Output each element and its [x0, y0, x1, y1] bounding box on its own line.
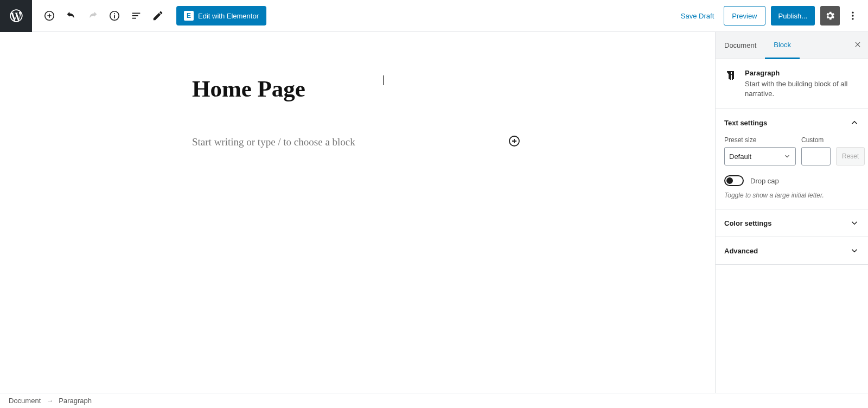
drop-cap-label: Drop cap — [750, 177, 779, 185]
reset-button[interactable]: Reset — [836, 147, 865, 165]
page-title[interactable]: Home Page — [192, 75, 523, 102]
elementor-label: Edit with Elementor — [198, 12, 259, 20]
svg-point-5 — [852, 18, 853, 20]
wordpress-logo[interactable] — [0, 0, 32, 32]
block-subtitle: Start with the building block of all nar… — [745, 79, 859, 99]
drop-cap-toggle[interactable] — [724, 175, 744, 186]
panel-title: Color settings — [724, 219, 771, 227]
preset-value: Default — [729, 152, 751, 161]
panel-color-settings: Color settings — [716, 209, 868, 237]
list-icon — [130, 10, 142, 22]
elementor-icon: E — [184, 11, 194, 21]
block-title: Paragraph — [745, 69, 859, 77]
top-toolbar: E Edit with Elementor Save Draft Preview… — [0, 0, 868, 32]
preset-size-select[interactable]: Default — [724, 147, 796, 165]
breadcrumb-current[interactable]: Paragraph — [59, 397, 92, 405]
outline-button[interactable] — [125, 5, 147, 27]
chevron-up-icon — [850, 118, 859, 127]
svg-rect-2 — [114, 15, 115, 18]
close-icon — [854, 41, 861, 48]
info-icon — [108, 10, 120, 22]
tab-document[interactable]: Document — [716, 32, 765, 59]
panel-header-color[interactable]: Color settings — [716, 209, 868, 237]
panel-header-advanced[interactable]: Advanced — [716, 237, 868, 264]
sidebar-tabs: Document Block — [716, 32, 868, 59]
text-cursor — [383, 75, 384, 85]
custom-size-label: Custom — [801, 136, 831, 144]
panel-header-text[interactable]: Text settings — [716, 109, 868, 136]
svg-point-3 — [852, 12, 853, 14]
custom-size-input[interactable] — [801, 147, 831, 165]
svg-point-1 — [114, 13, 115, 14]
toolbar-right: Save Draft Preview Publish... — [676, 6, 860, 25]
panel-text-settings: Text settings Preset size Default Custom — [716, 109, 868, 209]
undo-button[interactable] — [60, 5, 82, 27]
breadcrumb-root[interactable]: Document — [9, 397, 41, 405]
info-button[interactable] — [104, 5, 125, 27]
settings-button[interactable] — [820, 6, 840, 25]
add-block-button[interactable] — [39, 5, 60, 27]
save-draft-button[interactable]: Save Draft — [676, 8, 718, 24]
toolbar-left: E Edit with Elementor — [39, 5, 266, 27]
editor-canvas[interactable]: Home Page Start writing or type / to cho… — [0, 32, 715, 393]
block-placeholder[interactable]: Start writing or type / to choose a bloc… — [192, 136, 355, 148]
panel-title: Advanced — [724, 247, 758, 255]
add-block-inline[interactable] — [508, 135, 523, 150]
svg-point-4 — [852, 15, 853, 16]
edit-button[interactable] — [147, 5, 169, 27]
arrow-icon: → — [46, 397, 53, 405]
panel-advanced: Advanced — [716, 237, 868, 265]
more-vertical-icon — [847, 10, 858, 21]
publish-button[interactable]: Publish... — [771, 6, 815, 25]
main-area: Home Page Start writing or type / to cho… — [0, 32, 868, 393]
drop-cap-help: Toggle to show a large initial letter. — [724, 192, 859, 199]
preset-size-label: Preset size — [724, 136, 796, 144]
panel-title: Text settings — [724, 119, 767, 127]
preview-button[interactable]: Preview — [724, 6, 765, 25]
chevron-down-icon — [850, 218, 859, 228]
plus-circle-icon — [508, 135, 521, 148]
chevron-down-icon — [783, 152, 791, 160]
pencil-icon — [152, 10, 164, 22]
undo-icon — [65, 10, 77, 22]
elementor-button[interactable]: E Edit with Elementor — [176, 6, 266, 25]
close-sidebar[interactable] — [854, 41, 861, 50]
breadcrumb: Document → Paragraph — [0, 393, 868, 408]
paragraph-icon — [724, 69, 737, 82]
gear-icon — [825, 10, 835, 21]
wordpress-icon — [9, 8, 24, 23]
tab-block[interactable]: Block — [765, 33, 800, 59]
redo-icon — [87, 10, 99, 22]
plus-circle-icon — [43, 10, 55, 22]
block-description: Paragraph Start with the building block … — [716, 59, 868, 109]
settings-sidebar: Document Block Paragraph Start with the … — [715, 32, 868, 393]
chevron-down-icon — [850, 246, 859, 256]
redo-button[interactable] — [82, 5, 104, 27]
more-menu-button[interactable] — [845, 6, 860, 25]
